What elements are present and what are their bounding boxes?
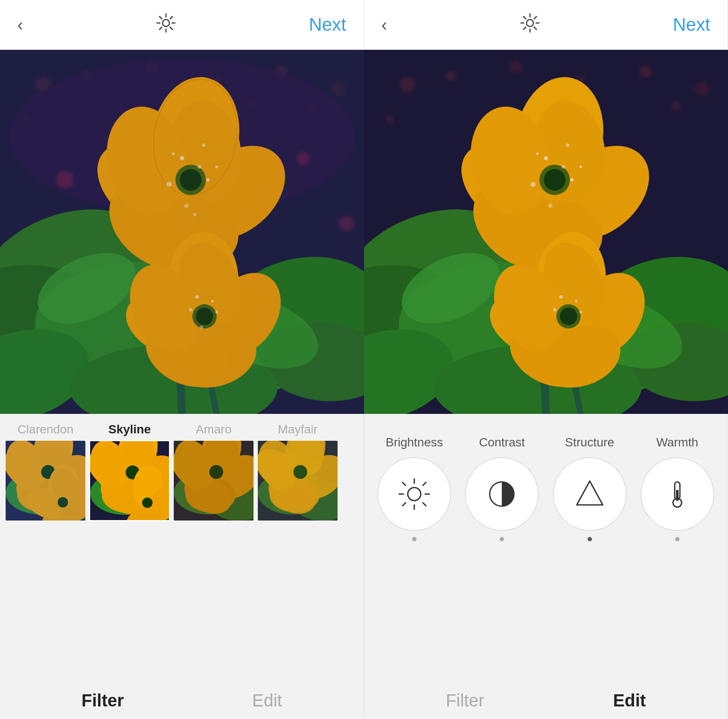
right-back-button[interactable]: ‹ (381, 16, 387, 33)
brightness-circle[interactable] (377, 457, 451, 531)
left-back-button[interactable]: ‹ (17, 16, 23, 33)
svg-rect-86 (6, 441, 86, 521)
brightness-dot (412, 537, 416, 541)
left-panel: ‹ Next (0, 0, 364, 719)
svg-line-193 (423, 482, 426, 485)
structure-label: Structure (565, 436, 614, 449)
svg-rect-199 (676, 490, 679, 501)
left-image-area (0, 50, 364, 414)
warmth-circle[interactable] (640, 457, 714, 531)
contrast-label: Contrast (479, 436, 525, 449)
right-next-button[interactable]: Next (673, 14, 710, 35)
svg-rect-125 (258, 441, 338, 521)
right-header: ‹ Next (364, 0, 728, 50)
svg-rect-113 (174, 441, 254, 521)
left-bottom-panel: Clarendon (0, 414, 364, 719)
svg-point-126 (526, 20, 533, 26)
brightness-label: Brightness (386, 436, 443, 449)
svg-point-101 (142, 498, 153, 508)
left-filter-tab[interactable]: Filter (81, 691, 124, 710)
edit-tools-row: Brightness (364, 423, 728, 546)
left-header: ‹ Next (0, 0, 364, 50)
right-image-area (364, 50, 728, 414)
filter-amaro-thumb[interactable] (173, 440, 254, 521)
structure-circle[interactable] (553, 457, 627, 531)
svg-marker-196 (577, 481, 603, 505)
svg-line-6 (170, 27, 172, 29)
left-edit-tab[interactable]: Edit (252, 691, 282, 710)
svg-line-131 (523, 16, 526, 19)
svg-point-0 (162, 20, 169, 26)
svg-line-5 (159, 16, 162, 19)
filter-skyline-label: Skyline (108, 423, 151, 436)
svg-line-133 (534, 16, 536, 19)
filter-mayfair-thumb[interactable] (257, 440, 338, 521)
left-tab-row: Filter Edit (0, 678, 364, 719)
svg-line-191 (403, 482, 406, 485)
right-brightness-icon (519, 12, 541, 38)
brightness-icon (397, 477, 432, 511)
svg-line-132 (534, 27, 536, 29)
edit-tool-warmth[interactable]: Warmth (636, 436, 719, 541)
filter-thumbnails: Clarendon (0, 423, 364, 521)
svg-point-186 (408, 488, 421, 501)
left-brightness-icon (155, 12, 177, 38)
edit-tool-structure[interactable]: Structure (548, 436, 631, 541)
right-panel: ‹ Next (364, 0, 728, 719)
filter-amaro-label: Amaro (196, 423, 231, 436)
structure-dot (588, 537, 592, 541)
svg-rect-68 (0, 50, 364, 414)
right-filter-tab[interactable]: Filter (446, 691, 484, 710)
filter-item-skyline[interactable]: Skyline (88, 423, 171, 521)
structure-icon (572, 477, 607, 511)
svg-line-134 (523, 27, 526, 29)
svg-line-192 (423, 503, 426, 506)
filter-clarendon-label: Clarendon (17, 423, 73, 436)
warmth-dot (675, 537, 679, 541)
svg-line-8 (159, 27, 162, 29)
warmth-label: Warmth (656, 436, 698, 449)
right-tab-row: Filter Edit (364, 678, 728, 719)
svg-line-194 (403, 503, 406, 506)
contrast-circle[interactable] (465, 457, 539, 531)
left-next-button[interactable]: Next (309, 14, 346, 35)
filter-item-mayfair[interactable]: Mayfair (257, 423, 339, 521)
filter-skyline-thumb[interactable] (89, 440, 170, 521)
filter-mayfair-label: Mayfair (278, 423, 318, 436)
edit-tool-brightness[interactable]: Brightness (373, 436, 456, 541)
warmth-icon (660, 477, 695, 511)
filter-clarendon-thumb[interactable] (5, 440, 86, 521)
svg-rect-185 (364, 50, 728, 414)
contrast-dot (500, 537, 504, 541)
right-bottom-panel: Brightness (364, 414, 728, 719)
right-edit-tab[interactable]: Edit (613, 691, 646, 710)
contrast-icon (484, 477, 519, 511)
svg-line-7 (170, 16, 172, 19)
filter-item-amaro[interactable]: Amaro (172, 423, 255, 521)
filter-item-clarendon[interactable]: Clarendon (4, 423, 87, 521)
edit-tool-contrast[interactable]: Contrast (460, 436, 543, 541)
